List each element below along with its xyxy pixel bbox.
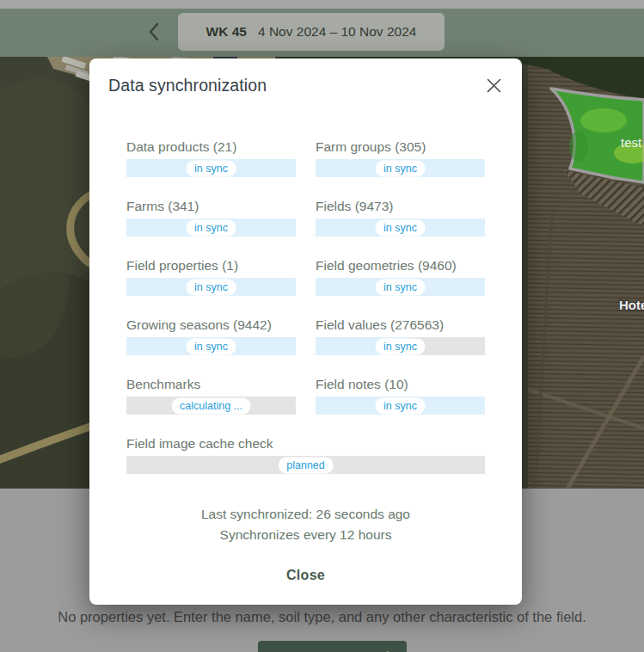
week-selector[interactable]: WK 45 4 Nov 2024 – 10 Nov 2024 (178, 13, 445, 51)
chevron-left-icon (148, 22, 160, 44)
sync-progress-bar: in sync (126, 278, 296, 296)
sync-progress-bar: in sync (126, 218, 296, 237)
sync-item: Field values (276563)in sync (316, 317, 485, 355)
week-label: WK 45 (206, 24, 247, 40)
sync-status-badge: calculating ... (171, 397, 251, 414)
sync-item-label: Field properties (1) (126, 258, 296, 274)
sync-status-badge: in sync (375, 397, 426, 414)
sync-status-badge: in sync (375, 219, 426, 236)
sync-status-badge: in sync (186, 219, 236, 236)
sync-status-badge: planned (278, 457, 334, 473)
sync-status-badge: in sync (375, 338, 426, 354)
sync-item: Farm groups (305)in sync (316, 139, 485, 177)
sync-item: Benchmarkscalculating ... (126, 377, 296, 415)
sync-status-badge: in sync (375, 160, 426, 176)
dialog-title: Data synchronization (108, 76, 267, 95)
sync-progress-bar: in sync (316, 159, 485, 177)
sync-progress-bar: in sync (126, 337, 296, 355)
dialog-close-button[interactable] (485, 77, 503, 97)
close-icon (487, 83, 501, 95)
sync-item-label: Field values (276563) (316, 317, 485, 333)
sync-progress-bar: in sync (316, 337, 485, 355)
sync-progress-bar: in sync (316, 397, 485, 415)
sync-item: Data products (21)in sync (126, 139, 296, 177)
data-sync-dialog: Data synchronization Data products (21)i… (89, 58, 522, 605)
sync-item: Fields (9473)in sync (316, 199, 485, 237)
map-label-place: Hote (619, 298, 644, 312)
sync-item-label: Field notes (10) (316, 377, 485, 392)
sync-item-label: Farm groups (305) (316, 139, 485, 155)
edit-properties-button[interactable]: EDIT PROPERTIES ✎ (258, 641, 407, 652)
sync-item-label: Farms (341) (126, 199, 296, 214)
sync-status-badge: in sync (186, 279, 236, 295)
sync-item: Farms (341)in sync (126, 199, 296, 237)
sync-item: Field geometries (9460)in sync (316, 258, 485, 296)
sync-progress-bar: calculating ... (126, 397, 296, 415)
sync-item: Field notes (10)in sync (316, 377, 485, 415)
sync-item: Growing seasons (9442)in sync (126, 317, 296, 355)
previous-week-button[interactable] (139, 17, 169, 48)
sync-footer: Last synchronized: 26 seconds ago Synchr… (89, 504, 522, 545)
sync-item-label: Fields (9473) (316, 199, 485, 214)
sync-progress-bar: in sync (316, 218, 485, 237)
app-screen: WK 45 4 Nov 2024 – 10 Nov 2024 (0, 0, 644, 652)
sync-item-label: Field image cache check (126, 436, 485, 452)
no-properties-message: No properties yet. Enter the name, soil … (0, 606, 644, 627)
close-dialog-action[interactable]: Close (273, 563, 339, 588)
map-label-field: test (621, 135, 642, 150)
week-date-range: 4 Nov 2024 – 10 Nov 2024 (258, 24, 416, 40)
sync-progress-bar: in sync (126, 159, 296, 177)
sync-item-label: Field geometries (9460) (316, 258, 485, 274)
sync-status-badge: in sync (375, 279, 426, 295)
sync-frequency-text: Synchronizes every 12 hours (89, 525, 522, 545)
sync-item: Field image cache checkplanned (126, 436, 485, 474)
sync-grid: Data products (21)in syncFarm groups (30… (126, 139, 485, 474)
sync-item-label: Benchmarks (126, 377, 296, 392)
status-strip (0, 0, 644, 9)
last-synchronized-text: Last synchronized: 26 seconds ago (89, 504, 522, 525)
sync-item-label: Data products (21) (126, 139, 296, 155)
sync-item: Field properties (1)in sync (126, 258, 296, 296)
week-navigation-bar: WK 45 4 Nov 2024 – 10 Nov 2024 (0, 9, 644, 57)
sync-item-label: Growing seasons (9442) (126, 317, 296, 333)
sync-status-badge: in sync (186, 338, 236, 354)
sync-progress-bar: in sync (316, 278, 485, 296)
dialog-header: Data synchronization (89, 58, 522, 97)
sync-progress-bar: planned (126, 456, 485, 474)
sync-status-badge: in sync (186, 160, 236, 176)
